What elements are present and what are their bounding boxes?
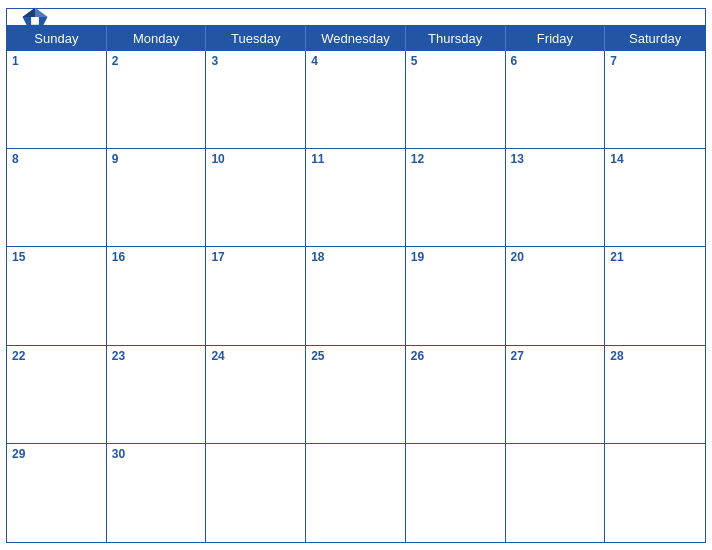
generalblue-logo-icon (21, 6, 49, 28)
logo (21, 6, 49, 28)
day-cell: 11 (306, 149, 406, 246)
day-cell: 22 (7, 346, 107, 443)
day-cell: 3 (206, 51, 306, 148)
day-number: 16 (112, 250, 201, 264)
day-cell: 29 (7, 444, 107, 541)
day-cell: 21 (605, 247, 705, 344)
day-cell: 16 (107, 247, 207, 344)
day-cell: 1 (7, 51, 107, 148)
day-number: 10 (211, 152, 300, 166)
day-number: 7 (610, 54, 700, 68)
week-row-4: 22232425262728 (7, 346, 705, 444)
day-cell: 24 (206, 346, 306, 443)
day-cell: 26 (406, 346, 506, 443)
day-cell: 5 (406, 51, 506, 148)
day-cell: 10 (206, 149, 306, 246)
day-cell: 6 (506, 51, 606, 148)
day-number: 14 (610, 152, 700, 166)
day-cell: 8 (7, 149, 107, 246)
day-number: 2 (112, 54, 201, 68)
day-cell: 12 (406, 149, 506, 246)
day-header-monday: Monday (107, 26, 207, 51)
day-cell: 23 (107, 346, 207, 443)
day-number: 3 (211, 54, 300, 68)
day-cell: 30 (107, 444, 207, 541)
day-number: 13 (511, 152, 600, 166)
day-number: 6 (511, 54, 600, 68)
day-cell: 28 (605, 346, 705, 443)
calendar: SundayMondayTuesdayWednesdayThursdayFrid… (6, 8, 706, 543)
day-number: 19 (411, 250, 500, 264)
day-cell: 13 (506, 149, 606, 246)
week-row-1: 1234567 (7, 51, 705, 149)
calendar-header (7, 9, 705, 25)
day-number: 20 (511, 250, 600, 264)
day-cell (506, 444, 606, 541)
day-header-sunday: Sunday (7, 26, 107, 51)
day-number: 21 (610, 250, 700, 264)
day-headers-row: SundayMondayTuesdayWednesdayThursdayFrid… (7, 26, 705, 51)
day-number: 18 (311, 250, 400, 264)
day-header-wednesday: Wednesday (306, 26, 406, 51)
day-number: 9 (112, 152, 201, 166)
svg-marker-2 (23, 7, 35, 16)
day-cell: 17 (206, 247, 306, 344)
day-number: 8 (12, 152, 101, 166)
day-cell (306, 444, 406, 541)
day-number: 27 (511, 349, 600, 363)
day-cell: 9 (107, 149, 207, 246)
day-cell (406, 444, 506, 541)
day-number: 11 (311, 152, 400, 166)
day-number: 5 (411, 54, 500, 68)
day-header-tuesday: Tuesday (206, 26, 306, 51)
day-header-friday: Friday (506, 26, 606, 51)
day-number: 1 (12, 54, 101, 68)
day-cell: 25 (306, 346, 406, 443)
day-cell: 14 (605, 149, 705, 246)
day-number: 12 (411, 152, 500, 166)
day-header-thursday: Thursday (406, 26, 506, 51)
day-cell: 18 (306, 247, 406, 344)
calendar-grid: SundayMondayTuesdayWednesdayThursdayFrid… (7, 25, 705, 542)
day-cell: 19 (406, 247, 506, 344)
day-cell: 27 (506, 346, 606, 443)
day-number: 23 (112, 349, 201, 363)
day-cell: 4 (306, 51, 406, 148)
day-header-saturday: Saturday (605, 26, 705, 51)
svg-marker-1 (35, 7, 47, 16)
day-cell (605, 444, 705, 541)
day-number: 26 (411, 349, 500, 363)
week-row-2: 891011121314 (7, 149, 705, 247)
day-number: 25 (311, 349, 400, 363)
day-cell: 20 (506, 247, 606, 344)
week-row-5: 2930 (7, 444, 705, 541)
day-number: 24 (211, 349, 300, 363)
svg-rect-3 (31, 17, 39, 25)
day-number: 28 (610, 349, 700, 363)
day-cell: 7 (605, 51, 705, 148)
day-number: 29 (12, 447, 101, 461)
day-cell (206, 444, 306, 541)
weeks-container: 1234567891011121314151617181920212223242… (7, 51, 705, 542)
day-number: 30 (112, 447, 201, 461)
week-row-3: 15161718192021 (7, 247, 705, 345)
day-number: 15 (12, 250, 101, 264)
day-cell: 15 (7, 247, 107, 344)
day-number: 17 (211, 250, 300, 264)
day-number: 22 (12, 349, 101, 363)
day-number: 4 (311, 54, 400, 68)
day-cell: 2 (107, 51, 207, 148)
